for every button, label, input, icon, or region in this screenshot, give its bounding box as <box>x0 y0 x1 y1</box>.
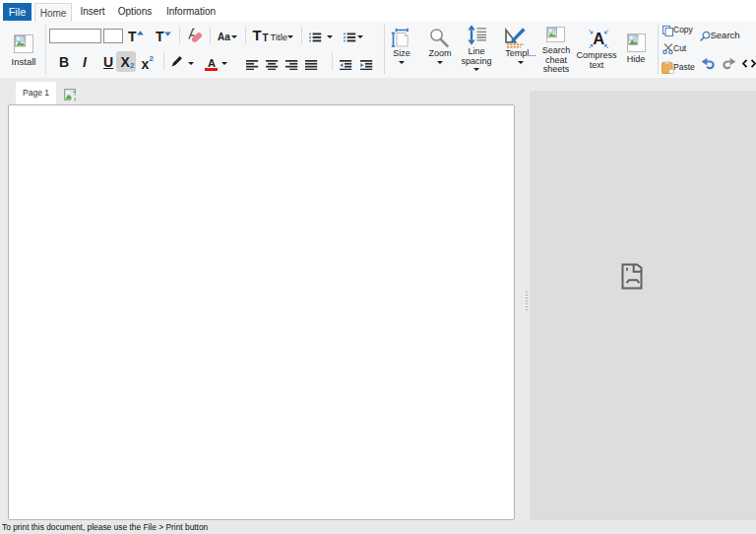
svg-text:A: A <box>593 30 604 47</box>
